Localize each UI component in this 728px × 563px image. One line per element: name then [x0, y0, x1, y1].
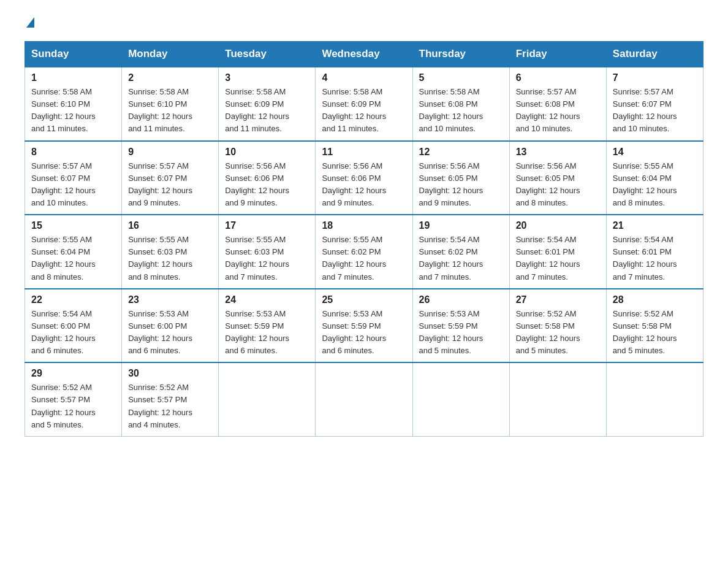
day-number: 10	[225, 147, 309, 158]
day-number: 14	[613, 147, 697, 158]
day-info: Sunrise: 5:52 AMSunset: 5:58 PMDaylight:…	[613, 308, 697, 358]
day-number: 3	[225, 72, 309, 83]
day-info: Sunrise: 5:52 AMSunset: 5:58 PMDaylight:…	[516, 308, 600, 358]
day-info: Sunrise: 5:55 AMSunset: 6:02 PMDaylight:…	[322, 234, 406, 283]
day-number: 12	[419, 147, 503, 158]
day-info: Sunrise: 5:53 AMSunset: 6:00 PMDaylight:…	[128, 308, 212, 358]
day-info: Sunrise: 5:58 AMSunset: 6:09 PMDaylight:…	[322, 86, 406, 136]
day-number: 23	[128, 294, 212, 305]
day-number: 20	[516, 220, 600, 231]
calendar-cell: 1Sunrise: 5:58 AMSunset: 6:10 PMDaylight…	[25, 67, 122, 141]
calendar-week-1: 1Sunrise: 5:58 AMSunset: 6:10 PMDaylight…	[25, 67, 703, 141]
calendar-week-5: 29Sunrise: 5:52 AMSunset: 5:57 PMDayligh…	[25, 362, 703, 436]
calendar-cell: 28Sunrise: 5:52 AMSunset: 5:58 PMDayligh…	[606, 289, 703, 363]
day-info: Sunrise: 5:56 AMSunset: 6:06 PMDaylight:…	[225, 160, 309, 210]
calendar-cell: 6Sunrise: 5:57 AMSunset: 6:08 PMDaylight…	[509, 67, 606, 141]
day-info: Sunrise: 5:53 AMSunset: 5:59 PMDaylight:…	[419, 308, 503, 358]
calendar-cell: 16Sunrise: 5:55 AMSunset: 6:03 PMDayligh…	[122, 215, 219, 289]
day-number: 24	[225, 294, 309, 305]
day-info: Sunrise: 5:54 AMSunset: 6:01 PMDaylight:…	[516, 234, 600, 283]
calendar-cell: 7Sunrise: 5:57 AMSunset: 6:07 PMDaylight…	[606, 67, 703, 141]
calendar-cell: 26Sunrise: 5:53 AMSunset: 5:59 PMDayligh…	[412, 289, 509, 363]
calendar-cell: 20Sunrise: 5:54 AMSunset: 6:01 PMDayligh…	[509, 215, 606, 289]
day-info: Sunrise: 5:52 AMSunset: 5:57 PMDaylight:…	[31, 381, 115, 431]
day-info: Sunrise: 5:58 AMSunset: 6:10 PMDaylight:…	[31, 86, 115, 136]
day-info: Sunrise: 5:58 AMSunset: 6:08 PMDaylight:…	[419, 86, 503, 136]
day-number: 1	[31, 72, 115, 83]
day-number: 25	[322, 294, 406, 305]
day-number: 29	[31, 368, 115, 379]
calendar-cell: 25Sunrise: 5:53 AMSunset: 5:59 PMDayligh…	[316, 289, 412, 363]
calendar-cell: 27Sunrise: 5:52 AMSunset: 5:58 PMDayligh…	[509, 289, 606, 363]
day-number: 5	[419, 72, 503, 83]
calendar-table: SundayMondayTuesdayWednesdayThursdayFrid…	[25, 41, 703, 437]
day-number: 11	[322, 147, 406, 158]
day-info: Sunrise: 5:58 AMSunset: 6:10 PMDaylight:…	[128, 86, 212, 136]
day-number: 16	[128, 220, 212, 231]
day-number: 2	[128, 72, 212, 83]
day-number: 27	[516, 294, 600, 305]
day-info: Sunrise: 5:53 AMSunset: 5:59 PMDaylight:…	[322, 308, 406, 358]
calendar-cell: 12Sunrise: 5:56 AMSunset: 6:05 PMDayligh…	[412, 141, 509, 215]
calendar-cell: 24Sunrise: 5:53 AMSunset: 5:59 PMDayligh…	[219, 289, 316, 363]
day-number: 13	[516, 147, 600, 158]
calendar-cell: 2Sunrise: 5:58 AMSunset: 6:10 PMDaylight…	[122, 67, 219, 141]
day-info: Sunrise: 5:56 AMSunset: 6:05 PMDaylight:…	[516, 160, 600, 210]
day-number: 4	[322, 72, 406, 83]
day-number: 8	[31, 147, 115, 158]
day-info: Sunrise: 5:57 AMSunset: 6:07 PMDaylight:…	[31, 160, 115, 210]
calendar-cell: 14Sunrise: 5:55 AMSunset: 6:04 PMDayligh…	[606, 141, 703, 215]
calendar-week-2: 8Sunrise: 5:57 AMSunset: 6:07 PMDaylight…	[25, 141, 703, 215]
calendar-cell: 3Sunrise: 5:58 AMSunset: 6:09 PMDaylight…	[219, 67, 316, 141]
day-number: 30	[128, 368, 212, 379]
column-header-thursday: Thursday	[412, 42, 509, 67]
calendar-cell: 29Sunrise: 5:52 AMSunset: 5:57 PMDayligh…	[25, 362, 122, 436]
day-info: Sunrise: 5:57 AMSunset: 6:07 PMDaylight:…	[613, 86, 697, 136]
calendar-cell: 8Sunrise: 5:57 AMSunset: 6:07 PMDaylight…	[25, 141, 122, 215]
calendar-cell: 9Sunrise: 5:57 AMSunset: 6:07 PMDaylight…	[122, 141, 219, 215]
calendar-week-4: 22Sunrise: 5:54 AMSunset: 6:00 PMDayligh…	[25, 289, 703, 363]
calendar-cell: 13Sunrise: 5:56 AMSunset: 6:05 PMDayligh…	[509, 141, 606, 215]
logo-triangle-icon	[26, 17, 34, 28]
calendar-cell: 30Sunrise: 5:52 AMSunset: 5:57 PMDayligh…	[122, 362, 219, 436]
day-number: 17	[225, 220, 309, 231]
column-header-saturday: Saturday	[606, 42, 703, 67]
calendar-cell	[509, 362, 606, 436]
day-info: Sunrise: 5:55 AMSunset: 6:04 PMDaylight:…	[613, 160, 697, 210]
column-header-tuesday: Tuesday	[219, 42, 316, 67]
calendar-cell: 23Sunrise: 5:53 AMSunset: 6:00 PMDayligh…	[122, 289, 219, 363]
day-info: Sunrise: 5:57 AMSunset: 6:07 PMDaylight:…	[128, 160, 212, 210]
column-header-sunday: Sunday	[25, 42, 122, 67]
calendar-cell	[412, 362, 509, 436]
column-header-friday: Friday	[509, 42, 606, 67]
day-info: Sunrise: 5:58 AMSunset: 6:09 PMDaylight:…	[225, 86, 309, 136]
day-info: Sunrise: 5:56 AMSunset: 6:06 PMDaylight:…	[322, 160, 406, 210]
calendar-cell: 17Sunrise: 5:55 AMSunset: 6:03 PMDayligh…	[219, 215, 316, 289]
day-number: 26	[419, 294, 503, 305]
day-number: 19	[419, 220, 503, 231]
calendar-cell: 11Sunrise: 5:56 AMSunset: 6:06 PMDayligh…	[316, 141, 412, 215]
day-info: Sunrise: 5:55 AMSunset: 6:03 PMDaylight:…	[128, 234, 212, 283]
calendar-cell: 21Sunrise: 5:54 AMSunset: 6:01 PMDayligh…	[606, 215, 703, 289]
calendar-cell	[606, 362, 703, 436]
calendar-cell: 15Sunrise: 5:55 AMSunset: 6:04 PMDayligh…	[25, 215, 122, 289]
day-info: Sunrise: 5:54 AMSunset: 6:00 PMDaylight:…	[31, 308, 115, 358]
column-header-wednesday: Wednesday	[316, 42, 412, 67]
day-info: Sunrise: 5:55 AMSunset: 6:03 PMDaylight:…	[225, 234, 309, 283]
day-number: 7	[613, 72, 697, 83]
calendar-week-3: 15Sunrise: 5:55 AMSunset: 6:04 PMDayligh…	[25, 215, 703, 289]
calendar-cell	[316, 362, 412, 436]
calendar-cell	[219, 362, 316, 436]
day-info: Sunrise: 5:56 AMSunset: 6:05 PMDaylight:…	[419, 160, 503, 210]
day-number: 28	[613, 294, 697, 305]
day-number: 9	[128, 147, 212, 158]
page-header	[25, 18, 703, 29]
day-info: Sunrise: 5:52 AMSunset: 5:57 PMDaylight:…	[128, 381, 212, 431]
column-header-monday: Monday	[122, 42, 219, 67]
day-info: Sunrise: 5:57 AMSunset: 6:08 PMDaylight:…	[516, 86, 600, 136]
calendar-cell: 18Sunrise: 5:55 AMSunset: 6:02 PMDayligh…	[316, 215, 412, 289]
day-number: 22	[31, 294, 115, 305]
calendar-cell: 22Sunrise: 5:54 AMSunset: 6:00 PMDayligh…	[25, 289, 122, 363]
day-info: Sunrise: 5:55 AMSunset: 6:04 PMDaylight:…	[31, 234, 115, 283]
calendar-cell: 10Sunrise: 5:56 AMSunset: 6:06 PMDayligh…	[219, 141, 316, 215]
